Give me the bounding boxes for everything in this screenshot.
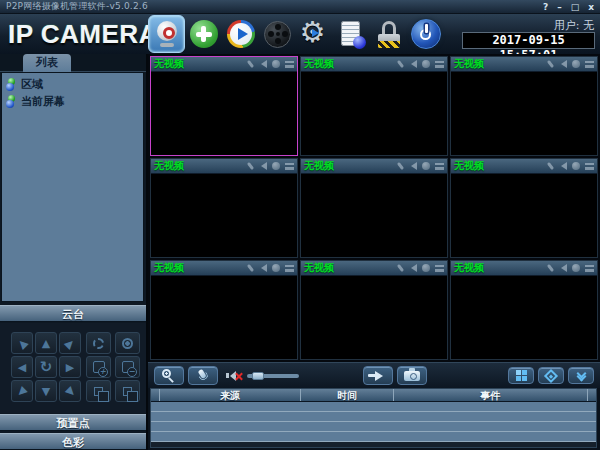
video-cell-2[interactable]: 无视频 bbox=[300, 56, 448, 156]
record-icon[interactable] bbox=[422, 60, 430, 68]
ptz-up-right-button[interactable] bbox=[59, 332, 81, 354]
tree-item-current-screen[interactable]: 当前屏幕 bbox=[4, 93, 141, 110]
speaker-icon[interactable] bbox=[407, 60, 417, 68]
table-row[interactable] bbox=[151, 412, 596, 422]
menu-icon[interactable] bbox=[435, 163, 444, 170]
focus-far-button[interactable] bbox=[115, 356, 140, 378]
ptz-down-button[interactable] bbox=[35, 380, 57, 402]
close-button[interactable]: x bbox=[588, 1, 594, 13]
snapshot-button[interactable] bbox=[397, 366, 427, 385]
log-button[interactable] bbox=[333, 15, 370, 53]
ptz-up-left-button[interactable] bbox=[11, 332, 33, 354]
ptz-down-left-button[interactable] bbox=[11, 380, 33, 402]
video-cell-6[interactable]: 无视频 bbox=[450, 158, 598, 258]
record-files-button[interactable] bbox=[259, 15, 296, 53]
speaker-icon[interactable] bbox=[557, 264, 567, 272]
record-icon[interactable] bbox=[422, 162, 430, 170]
video-display[interactable] bbox=[451, 276, 597, 359]
menu-icon[interactable] bbox=[585, 61, 594, 68]
mic-icon[interactable] bbox=[397, 162, 404, 170]
ptz-up-button[interactable] bbox=[35, 332, 57, 354]
mic-icon[interactable] bbox=[547, 60, 554, 68]
table-row[interactable] bbox=[151, 422, 596, 432]
zoom-in-button[interactable] bbox=[86, 380, 111, 402]
table-row[interactable] bbox=[151, 402, 596, 412]
ptz-right-button[interactable] bbox=[59, 356, 81, 378]
color-panel-header[interactable]: 色彩 bbox=[0, 433, 146, 450]
talk-button[interactable] bbox=[188, 366, 218, 385]
video-display[interactable] bbox=[151, 276, 297, 359]
menu-icon[interactable] bbox=[285, 163, 294, 170]
speaker-icon[interactable] bbox=[257, 60, 267, 68]
video-cell-9[interactable]: 无视频 bbox=[450, 260, 598, 360]
video-cell-4[interactable]: 无视频 bbox=[150, 158, 298, 258]
column-event[interactable]: 事件 bbox=[394, 389, 588, 401]
column-source[interactable]: 来源 bbox=[160, 389, 301, 401]
speaker-icon[interactable] bbox=[257, 162, 267, 170]
record-icon[interactable] bbox=[272, 162, 280, 170]
mic-icon[interactable] bbox=[547, 264, 554, 272]
lock-button[interactable] bbox=[370, 15, 407, 53]
menu-icon[interactable] bbox=[585, 163, 594, 170]
mute-indicator[interactable] bbox=[226, 371, 243, 381]
ptz-down-right-button[interactable] bbox=[59, 380, 81, 402]
collapse-panel-button[interactable] bbox=[568, 367, 594, 384]
video-display[interactable] bbox=[451, 174, 597, 257]
mic-icon[interactable] bbox=[547, 162, 554, 170]
volume-slider[interactable] bbox=[247, 374, 299, 378]
menu-icon[interactable] bbox=[435, 61, 444, 68]
speaker-icon[interactable] bbox=[557, 60, 567, 68]
speaker-icon[interactable] bbox=[257, 264, 267, 272]
add-device-button[interactable] bbox=[185, 15, 222, 53]
ptz-panel-header[interactable]: 云台 bbox=[0, 305, 146, 322]
record-icon[interactable] bbox=[572, 162, 580, 170]
record-icon[interactable] bbox=[272, 60, 280, 68]
power-button[interactable] bbox=[407, 15, 444, 53]
menu-icon[interactable] bbox=[285, 61, 294, 68]
menu-icon[interactable] bbox=[435, 265, 444, 272]
column-time[interactable]: 时间 bbox=[301, 389, 394, 401]
ptz-auto-scan-button[interactable] bbox=[35, 356, 57, 378]
mic-icon[interactable] bbox=[397, 264, 404, 272]
ptz-left-button[interactable] bbox=[11, 356, 33, 378]
speaker-icon[interactable] bbox=[407, 264, 417, 272]
mic-icon[interactable] bbox=[247, 264, 254, 272]
video-cell-1[interactable]: 无视频 bbox=[150, 56, 298, 156]
video-display[interactable] bbox=[301, 174, 447, 257]
mic-icon[interactable] bbox=[247, 162, 254, 170]
preset-panel-header[interactable]: 预置点 bbox=[0, 414, 146, 431]
camera-list-button[interactable] bbox=[148, 15, 185, 53]
playback-button[interactable] bbox=[222, 15, 259, 53]
settings-button[interactable] bbox=[296, 15, 333, 53]
record-icon[interactable] bbox=[272, 264, 280, 272]
video-cell-7[interactable]: 无视频 bbox=[150, 260, 298, 360]
speaker-icon[interactable] bbox=[557, 162, 567, 170]
focus-near-button[interactable] bbox=[86, 356, 111, 378]
tab-list[interactable]: 列表 bbox=[23, 54, 71, 72]
video-display[interactable] bbox=[301, 72, 447, 155]
video-cell-5[interactable]: 无视频 bbox=[300, 158, 448, 258]
manual-record-button[interactable] bbox=[363, 366, 393, 385]
screen-layout-button[interactable] bbox=[508, 367, 534, 384]
record-icon[interactable] bbox=[572, 60, 580, 68]
record-icon[interactable] bbox=[572, 264, 580, 272]
video-cell-8[interactable]: 无视频 bbox=[300, 260, 448, 360]
video-display[interactable] bbox=[151, 174, 297, 257]
video-display[interactable] bbox=[301, 276, 447, 359]
record-icon[interactable] bbox=[422, 264, 430, 272]
minimize-button[interactable]: – bbox=[557, 1, 562, 13]
video-display[interactable] bbox=[451, 72, 597, 155]
menu-icon[interactable] bbox=[285, 265, 294, 272]
speaker-icon[interactable] bbox=[407, 162, 417, 170]
mic-icon[interactable] bbox=[397, 60, 404, 68]
maximize-button[interactable]: □ bbox=[571, 1, 580, 13]
tree-item-area[interactable]: 区域 bbox=[4, 76, 141, 93]
video-cell-3[interactable]: 无视频 bbox=[450, 56, 598, 156]
menu-icon[interactable] bbox=[585, 265, 594, 272]
help-button[interactable]: ? bbox=[543, 1, 548, 13]
mic-icon[interactable] bbox=[247, 60, 254, 68]
table-row[interactable] bbox=[151, 432, 596, 442]
volume-slider-handle[interactable] bbox=[252, 372, 264, 380]
iris-open-button[interactable] bbox=[86, 332, 111, 354]
fullscreen-button[interactable] bbox=[538, 367, 564, 384]
